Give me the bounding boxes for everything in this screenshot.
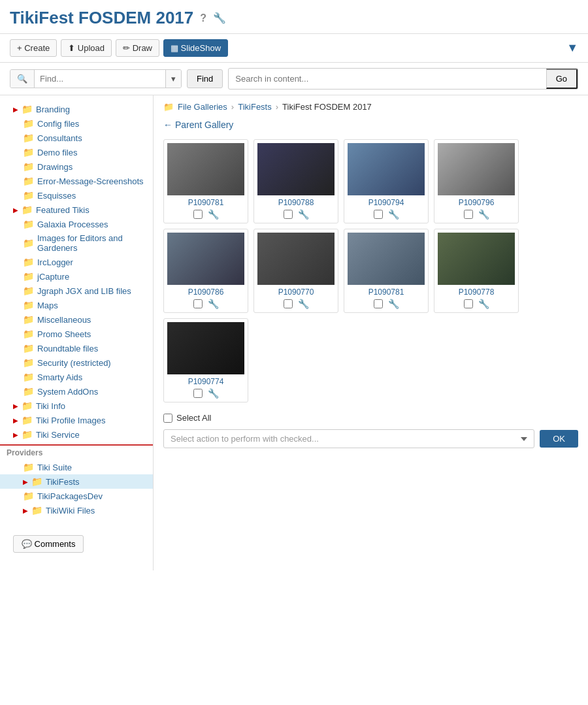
parent-gallery-link[interactable]: ← Parent Gallery xyxy=(163,120,233,130)
sidebar-item-galaxia-processes[interactable]: 📁 Galaxia Processes xyxy=(0,217,153,231)
sidebar-link-tikifests[interactable]: TikiFests xyxy=(46,477,80,487)
sidebar-item-tikifests[interactable]: ▶ 📁 TikiFests xyxy=(0,474,153,489)
breadcrumb-file-galleries[interactable]: File Galleries xyxy=(178,102,227,112)
gallery-filename-p1090781[interactable]: P1090781 xyxy=(167,198,244,207)
breadcrumb-tikifests[interactable]: TikiFests xyxy=(238,102,272,112)
gallery-filename-p1090770[interactable]: P1090770 xyxy=(257,287,335,297)
sidebar-link-branding[interactable]: Branding xyxy=(36,105,70,114)
select-all-label[interactable]: Select All xyxy=(176,413,211,423)
sidebar-item-consultants[interactable]: 📁 Consultants xyxy=(0,131,153,145)
sidebar-link-tikipackagesdev[interactable]: TikiPackagesDev xyxy=(37,491,103,501)
sidebar-item-irclogger[interactable]: 📁 IrcLogger xyxy=(0,255,153,269)
sidebar-link-drawings[interactable]: Drawings xyxy=(37,162,73,172)
sidebar-link-error-message-screenshots[interactable]: Error-Message-Screenshots xyxy=(37,176,144,186)
gallery-image-p1090794[interactable] xyxy=(348,143,425,195)
gallery-filename-p1090786[interactable]: P1090786 xyxy=(167,287,244,297)
sidebar-link-esquisses[interactable]: Esquisses xyxy=(37,191,76,201)
gallery-image-p1090774[interactable] xyxy=(167,322,244,374)
sidebar-link-security-restricted[interactable]: Security (restricted) xyxy=(37,358,111,368)
sidebar-item-roundtable-files[interactable]: 📁 Roundtable files xyxy=(0,341,153,355)
upload-button[interactable]: ⬆ Upload xyxy=(61,39,112,57)
sidebar-link-tiki-profile-images[interactable]: Tiki Profile Images xyxy=(36,416,105,425)
gallery-checkbox-3[interactable] xyxy=(374,210,383,219)
sidebar-item-config-files[interactable]: 📁 Config files xyxy=(0,116,153,131)
sidebar-link-images-for-editors[interactable]: Images for Editors and Gardeners xyxy=(37,233,146,253)
sidebar-item-maps[interactable]: 📁 Maps xyxy=(0,298,153,312)
gallery-image-p1090786[interactable] xyxy=(167,233,244,285)
draw-button[interactable]: ✏ Draw xyxy=(116,39,159,57)
slideshow-button[interactable]: ▦ SlideShow xyxy=(163,39,228,57)
wrench-icon-4[interactable]: 🔧 xyxy=(478,209,489,220)
gallery-image-p1090781[interactable] xyxy=(167,143,244,195)
sidebar-item-promo-sheets[interactable]: 📁 Promo Sheets xyxy=(0,327,153,341)
sidebar-item-smarty-aids[interactable]: 📁 Smarty Aids xyxy=(0,370,153,384)
sidebar-item-error-message-screenshots[interactable]: 📁 Error-Message-Screenshots xyxy=(0,174,153,188)
sidebar-item-featured-tikis[interactable]: ▶ 📁 Featured Tikis xyxy=(0,203,153,217)
search-icon[interactable]: 🔍 xyxy=(10,70,35,88)
gallery-image-p1090796[interactable] xyxy=(438,143,515,195)
wrench-icon-6[interactable]: 🔧 xyxy=(298,299,309,309)
find-button[interactable]: Find xyxy=(187,69,223,88)
sidebar-link-roundtable-files[interactable]: Roundtable files xyxy=(37,344,98,353)
gallery-checkbox-4[interactable] xyxy=(464,210,473,219)
sidebar-item-tiki-profile-images[interactable]: ▶ 📁 Tiki Profile Images xyxy=(0,413,153,427)
gallery-filename-p1090774[interactable]: P1090774 xyxy=(167,377,244,386)
sidebar-item-demo-files[interactable]: 📁 Demo files xyxy=(0,145,153,159)
settings-icon[interactable]: 🔧 xyxy=(213,12,226,24)
gallery-checkbox-7[interactable] xyxy=(374,299,383,308)
gallery-checkbox-5[interactable] xyxy=(193,299,203,308)
find-dropdown-icon[interactable]: ▾ xyxy=(165,70,181,88)
sidebar-link-config-files[interactable]: Config files xyxy=(37,119,79,129)
sidebar-item-tiki-service[interactable]: ▶ 📁 Tiki Service xyxy=(0,427,153,442)
wrench-icon-3[interactable]: 🔧 xyxy=(388,209,399,220)
sidebar-item-jgraph-jgx[interactable]: 📁 Jgraph JGX and LIB files xyxy=(0,284,153,298)
wrench-icon-7[interactable]: 🔧 xyxy=(388,299,399,309)
gallery-filename-p1090788[interactable]: P1090788 xyxy=(257,198,335,207)
sidebar-item-system-addons[interactable]: 📁 System AddOns xyxy=(0,384,153,399)
sidebar-link-smarty-aids[interactable]: Smarty Aids xyxy=(37,372,82,382)
gallery-image-p1090778[interactable] xyxy=(438,233,515,285)
sidebar-item-drawings[interactable]: 📁 Drawings xyxy=(0,159,153,174)
wrench-icon-8[interactable]: 🔧 xyxy=(478,299,489,309)
content-search-input[interactable] xyxy=(229,70,546,88)
action-select[interactable]: Select action to perform with checked... xyxy=(163,429,534,448)
select-all-checkbox[interactable] xyxy=(163,414,172,423)
gallery-filename-p1090794[interactable]: P1090794 xyxy=(348,198,425,207)
gallery-image-p1090781b[interactable] xyxy=(348,233,425,285)
sidebar-link-miscellaneous[interactable]: Miscellaneous xyxy=(37,315,91,325)
comments-button[interactable]: 💬 Comments xyxy=(13,535,84,553)
gallery-filename-p1090778[interactable]: P1090778 xyxy=(438,287,515,297)
sidebar-item-security-restricted[interactable]: 📁 Security (restricted) xyxy=(0,355,153,370)
sidebar-link-demo-files[interactable]: Demo files xyxy=(37,148,77,157)
sidebar-link-jgraph-jgx[interactable]: Jgraph JGX and LIB files xyxy=(37,286,131,296)
sidebar-link-tiki-suite[interactable]: Tiki Suite xyxy=(37,463,72,472)
wrench-icon-2[interactable]: 🔧 xyxy=(298,209,309,220)
sidebar-link-consultants[interactable]: Consultants xyxy=(37,133,82,143)
sidebar-link-jcapture[interactable]: jCapture xyxy=(37,272,69,282)
wrench-icon-9[interactable]: 🔧 xyxy=(208,388,219,399)
gallery-checkbox-1[interactable] xyxy=(193,210,203,219)
sidebar-item-tiki-suite[interactable]: 📁 Tiki Suite xyxy=(0,460,153,474)
create-button[interactable]: + Create xyxy=(10,39,57,57)
sidebar-link-irclogger[interactable]: IrcLogger xyxy=(37,257,73,267)
sidebar-link-galaxia-processes[interactable]: Galaxia Processes xyxy=(37,220,108,229)
sidebar-link-system-addons[interactable]: System AddOns xyxy=(37,387,98,397)
gallery-checkbox-6[interactable] xyxy=(284,299,293,308)
ok-button[interactable]: OK xyxy=(540,430,578,448)
sidebar-item-images-for-editors[interactable]: 📁 Images for Editors and Gardeners xyxy=(0,231,153,255)
sidebar-link-maps[interactable]: Maps xyxy=(37,301,58,310)
sidebar-item-miscellaneous[interactable]: 📁 Miscellaneous xyxy=(0,312,153,327)
gallery-checkbox-9[interactable] xyxy=(193,389,203,398)
sidebar-link-featured-tikis[interactable]: Featured Tikis xyxy=(36,205,90,215)
sidebar-link-promo-sheets[interactable]: Promo Sheets xyxy=(37,329,91,339)
sidebar-item-tiki-info[interactable]: ▶ 📁 Tiki Info xyxy=(0,399,153,413)
chevron-down-icon[interactable]: ▼ xyxy=(566,41,578,54)
gallery-filename-p1090796[interactable]: P1090796 xyxy=(438,198,515,207)
sidebar-item-tikipackagesdev[interactable]: 📁 TikiPackagesDev xyxy=(0,489,153,503)
sidebar-link-tikiwiki-files[interactable]: TikiWiki Files xyxy=(46,506,95,516)
gallery-filename-p1090781b[interactable]: P1090781 xyxy=(348,287,425,297)
sidebar-item-branding[interactable]: ▶ 📁 Branding xyxy=(0,102,153,116)
sidebar-item-tikiwiki-files[interactable]: ▶ 📁 TikiWiki Files xyxy=(0,503,153,517)
gallery-checkbox-8[interactable] xyxy=(464,299,473,308)
gallery-checkbox-2[interactable] xyxy=(284,210,293,219)
